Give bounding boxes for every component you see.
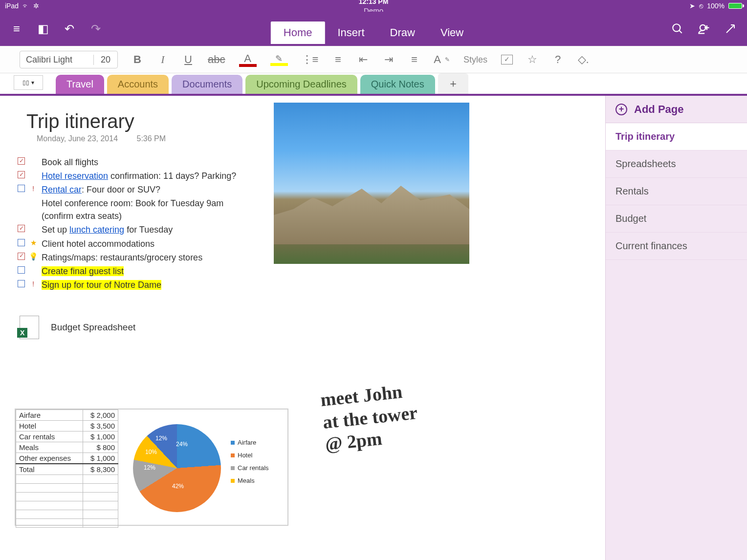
section-tabs: ▯▯ ▾ TravelAccountsDocumentsUpcoming Dea… [0, 73, 747, 96]
section-tab-quick-notes[interactable]: Quick Notes [360, 75, 435, 94]
underline-button[interactable]: U [182, 53, 194, 66]
app-titlebar: ≡ ◧ ↶ ↷ HomeInsertDrawView [0, 12, 747, 46]
checkbox-icon[interactable] [18, 280, 25, 287]
excel-icon [20, 316, 39, 339]
page-date: Monday, June 23, 2014 [37, 134, 118, 143]
activity-icon: ✲ [33, 2, 39, 10]
font-name: Calibri Light [20, 55, 93, 65]
star-tag-button[interactable]: ☆ [527, 53, 538, 66]
todo-text[interactable]: Book all flights [42, 156, 98, 169]
legend-item: Meals [231, 477, 255, 484]
tag-icon [29, 171, 38, 179]
ribbon-tabs: HomeInsertDrawView [271, 22, 476, 44]
font-color-button[interactable]: A [239, 52, 257, 67]
page-time: 5:36 PM [137, 134, 166, 143]
bold-button[interactable]: B [132, 53, 143, 66]
page-item[interactable]: Budget [606, 205, 747, 233]
redo-icon[interactable]: ↷ [89, 22, 103, 36]
fullscreen-icon[interactable] [724, 22, 737, 36]
budget-table: Airfare$ 2,000Hotel$ 3,500Car rentals$ 1… [16, 409, 118, 528]
page-item[interactable]: Rentals [606, 178, 747, 205]
status-time: 12:13 PM [359, 0, 389, 5]
share-icon[interactable] [697, 22, 711, 36]
question-tag-button[interactable]: ? [552, 53, 564, 66]
font-picker[interactable]: Calibri Light 20 [20, 51, 118, 68]
checkbox-icon[interactable]: ✓ [18, 157, 25, 165]
add-page-button[interactable]: + Add Page [606, 96, 747, 123]
section-tab-upcoming-deadlines[interactable]: Upcoming Deadlines [245, 75, 357, 94]
panel-icon[interactable]: ◧ [36, 22, 50, 36]
ribbon-tab-insert[interactable]: Insert [325, 22, 377, 44]
outdent-button[interactable]: ⇤ [357, 53, 369, 66]
styles-button[interactable]: A✎ [434, 53, 450, 66]
add-section-button[interactable]: ＋ [438, 73, 468, 94]
todo-text[interactable]: Create final guest list [42, 265, 124, 278]
todo-text[interactable]: Hotel reservation confirmation: 11 days?… [42, 170, 236, 182]
italic-button[interactable]: I [157, 53, 169, 66]
embedded-spreadsheet[interactable]: Airfare$ 2,000Hotel$ 3,500Car rentals$ 1… [15, 409, 288, 526]
inserted-photo[interactable] [274, 103, 469, 264]
page-list-panel: + Add Page Trip itinerarySpreadsheetsRen… [605, 96, 747, 560]
styles-label: Styles [463, 55, 487, 65]
todo-row[interactable]: Create final guest list [18, 265, 605, 278]
budget-pie-chart: 24% 42% 12% 10% 12% AirfareHotelCar rent… [118, 409, 287, 525]
todo-text[interactable]: Ratings/maps: restaurants/grocery stores [42, 251, 202, 264]
section-tab-travel[interactable]: Travel [56, 75, 104, 94]
battery-icon [728, 3, 742, 9]
checkbox-icon[interactable] [18, 239, 25, 246]
todo-text[interactable]: Set up lunch catering for Tuesday [42, 223, 173, 236]
numbering-button[interactable]: ≡ [332, 53, 344, 66]
indent-button[interactable]: ⇥ [383, 53, 395, 66]
todo-text[interactable]: Sign up for tour of Notre Dame [42, 279, 161, 291]
ribbon-tab-home[interactable]: Home [271, 22, 325, 44]
section-tab-documents[interactable]: Documents [172, 75, 242, 94]
checkbox-icon[interactable]: ✓ [18, 253, 25, 260]
more-tags-button[interactable]: ◇. [577, 53, 589, 66]
note-canvas[interactable]: Trip itinerary Monday, June 23, 2014 5:3… [0, 96, 605, 560]
checkbox-icon[interactable]: ✓ [18, 171, 25, 178]
checkbox-icon[interactable] [18, 185, 25, 192]
todo-row[interactable]: !Sign up for tour of Notre Dame [18, 279, 605, 291]
todo-tag-button[interactable]: ✓ [501, 55, 513, 65]
todo-text[interactable]: Rental car: Four door or SUV? [42, 183, 160, 196]
align-button[interactable]: ≡ [408, 53, 420, 66]
svg-point-0 [673, 24, 680, 31]
attachment[interactable]: Budget Spreadsheet [20, 316, 605, 339]
search-icon[interactable] [671, 22, 684, 36]
plus-circle-icon: + [615, 104, 627, 115]
page-item[interactable]: Spreadsheets [606, 151, 747, 178]
ribbon-tab-draw[interactable]: Draw [377, 22, 428, 44]
link[interactable]: Rental car [42, 185, 82, 194]
checkbox-icon[interactable]: ✓ [18, 225, 25, 232]
tag-icon: ★ [29, 238, 38, 247]
pie-label-airfare: 24% [176, 441, 188, 448]
formatting-toolbar: Calibri Light 20 B I U abc A ✎ ⋮≡ ≡ ⇤ ⇥ … [0, 46, 747, 73]
pie-label-other: 12% [155, 435, 167, 442]
ribbon-tab-view[interactable]: View [428, 22, 476, 44]
todo-text[interactable]: Hotel conference room: Book for Tuesday … [42, 197, 247, 222]
menu-icon[interactable]: ≡ [10, 22, 23, 36]
pie-label-hotel: 42% [172, 483, 184, 490]
bluetooth-icon: ⎋ [699, 2, 703, 10]
handwriting-ink[interactable]: meet Johnat the tower@ 2pm [319, 379, 420, 455]
strikethrough-button[interactable]: abc [208, 53, 225, 66]
tag-icon: 💡 [29, 252, 38, 261]
add-page-label: Add Page [634, 103, 683, 116]
bullets-button[interactable]: ⋮≡ [302, 53, 319, 66]
wifi-icon: ᯤ [22, 2, 29, 10]
legend-item: Airfare [231, 439, 256, 446]
legend-item: Car rentals [231, 464, 269, 472]
todo-text[interactable]: Client hotel accommodations [42, 237, 154, 250]
tag-icon: ! [29, 184, 38, 193]
notebook-selector[interactable]: ▯▯ ▾ [14, 75, 43, 90]
pie-label-carrentals: 12% [144, 464, 155, 471]
section-tab-accounts[interactable]: Accounts [107, 75, 169, 94]
page-item[interactable]: Current finances [606, 233, 747, 260]
page-item[interactable]: Trip itinerary [606, 123, 747, 151]
link[interactable]: lunch catering [69, 225, 124, 235]
link[interactable]: Hotel reservation [42, 171, 108, 181]
svg-line-1 [679, 30, 681, 33]
highlight-button[interactable]: ✎ [270, 53, 288, 66]
checkbox-icon[interactable] [18, 266, 25, 274]
undo-icon[interactable]: ↶ [63, 22, 76, 36]
